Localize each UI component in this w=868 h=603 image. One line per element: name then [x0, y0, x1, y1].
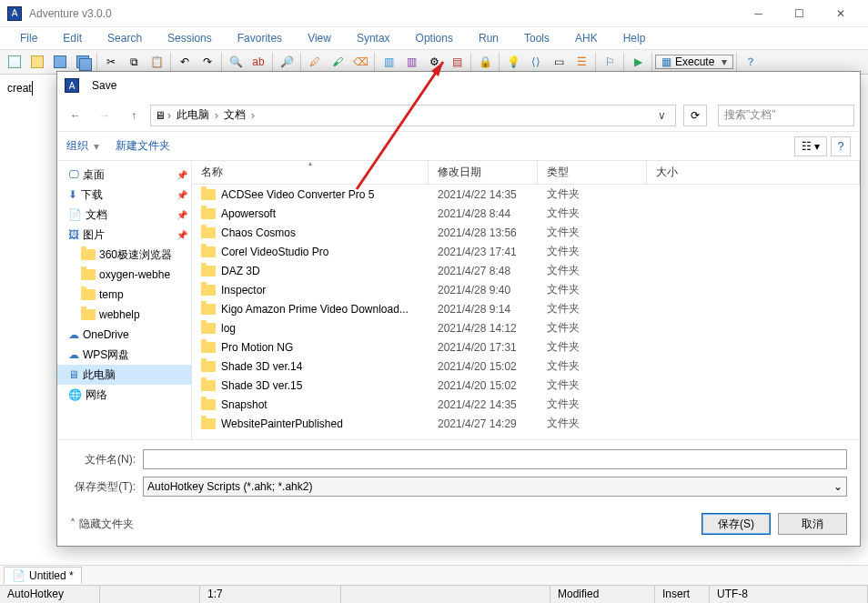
lock-button[interactable]: 🔒: [474, 52, 496, 72]
flag-button[interactable]: ⚐: [599, 52, 621, 72]
new-file-button[interactable]: [4, 52, 25, 72]
open-file-button[interactable]: [26, 52, 48, 72]
list-row[interactable]: Inspector2021/4/28 9:40文件夹: [192, 280, 860, 299]
panel4-button[interactable]: ▤: [446, 52, 468, 72]
menu-options[interactable]: Options: [403, 29, 466, 47]
nav-back-button[interactable]: ←: [63, 104, 88, 127]
list-row[interactable]: Kigo Amazon Prime Video Download...2021/…: [192, 299, 860, 318]
document-tab[interactable]: 📄 Untitled *: [4, 567, 82, 584]
list-row[interactable]: Apowersoft2021/4/28 8:44文件夹: [192, 204, 860, 223]
highlight-button[interactable]: 🖊: [304, 52, 326, 72]
bulb-button[interactable]: 💡: [502, 52, 524, 72]
maximize-button[interactable]: ☐: [779, 1, 820, 26]
column-date[interactable]: 修改日期: [429, 161, 538, 184]
status-modified: Modified: [550, 586, 655, 603]
zoom-button[interactable]: 🔎: [276, 52, 298, 72]
save-all-button[interactable]: [72, 52, 94, 72]
panel2-button[interactable]: ▥: [400, 52, 422, 72]
column-size[interactable]: 大小: [647, 161, 860, 184]
panel3-button[interactable]: ⚙: [423, 52, 445, 72]
save-button[interactable]: [49, 52, 71, 72]
refresh-button[interactable]: ⟳: [683, 105, 707, 126]
list-row[interactable]: DAZ 3D2021/4/27 8:48文件夹: [192, 261, 860, 280]
list-row[interactable]: Pro Motion NG2021/4/20 17:31文件夹: [192, 337, 860, 357]
nav-forward-button[interactable]: →: [92, 104, 117, 127]
tree-item[interactable]: 🖥此电脑: [57, 365, 191, 385]
help-button[interactable]: ？: [740, 52, 762, 72]
dialog-toolbar: 组织 ▾ 新建文件夹 ☷ ▾ ?: [57, 132, 860, 161]
menu-ahk[interactable]: AHK: [562, 29, 611, 47]
status-insert: Insert: [655, 586, 710, 603]
column-name[interactable]: ▴名称: [192, 161, 429, 184]
menu-view[interactable]: View: [295, 29, 344, 47]
tree-item[interactable]: 🖼图片📌: [57, 225, 191, 245]
hide-folders-toggle[interactable]: ˄ 隐藏文件夹: [70, 517, 134, 532]
tree-item[interactable]: 🌐网络: [57, 385, 191, 405]
menu-sessions[interactable]: Sessions: [155, 29, 225, 47]
new-folder-button[interactable]: 新建文件夹: [116, 138, 170, 154]
status-language: AutoHotkey: [0, 586, 100, 603]
undo-button[interactable]: ↶: [174, 52, 196, 72]
list-button[interactable]: ☰: [570, 52, 592, 72]
save-button[interactable]: 保存(S): [701, 513, 771, 535]
list-row[interactable]: Corel VideoStudio Pro2021/4/23 17:41文件夹: [192, 242, 860, 261]
panel1-button[interactable]: ▥: [378, 52, 399, 72]
menu-edit[interactable]: Edit: [50, 29, 95, 47]
paste-button[interactable]: 📋: [146, 52, 167, 72]
execute-dropdown[interactable]: ▦ Execute ▾: [655, 55, 733, 69]
menu-tools[interactable]: Tools: [511, 29, 562, 47]
filetype-select[interactable]: AutoHotkey Scripts (*.ahk; *.ahk2) ⌄: [143, 477, 847, 497]
search-input[interactable]: 搜索"文档": [718, 105, 854, 126]
tree-item[interactable]: oxygen-webhe: [57, 265, 191, 285]
breadcrumb-segment[interactable]: 文档: [220, 107, 249, 123]
menu-favorites[interactable]: Favorites: [225, 29, 295, 47]
list-row[interactable]: Snapshot2021/4/22 14:35文件夹: [192, 395, 860, 414]
tree-item[interactable]: 📄文档📌: [57, 205, 191, 225]
close-button[interactable]: ✕: [820, 1, 861, 26]
tree-item[interactable]: ☁OneDrive: [57, 325, 191, 345]
file-list[interactable]: ▴名称 修改日期 类型 大小 ACDSee Video Converter Pr…: [192, 161, 860, 439]
filename-input[interactable]: [143, 449, 847, 469]
tree-item[interactable]: webhelp: [57, 305, 191, 325]
list-row[interactable]: log2021/4/28 14:12文件夹: [192, 318, 860, 337]
organize-menu[interactable]: 组织: [66, 138, 88, 154]
list-header: ▴名称 修改日期 类型 大小: [192, 161, 860, 185]
menu-syntax[interactable]: Syntax: [344, 29, 403, 47]
list-row[interactable]: ACDSee Video Converter Pro 52021/4/22 14…: [192, 185, 860, 204]
list-row[interactable]: Chaos Cosmos2021/4/28 13:56文件夹: [192, 223, 860, 242]
brush-button[interactable]: 🖌: [327, 52, 348, 72]
tree-item[interactable]: ☁WPS网盘: [57, 345, 191, 365]
breadcrumb[interactable]: 🖥 › 此电脑 › 文档 › ∨: [150, 105, 676, 126]
view-mode-button[interactable]: ☷ ▾: [794, 136, 827, 156]
window-button[interactable]: ▭: [548, 52, 570, 72]
breadcrumb-segment[interactable]: 此电脑: [173, 107, 213, 123]
list-row[interactable]: WebsitePainterPublished2021/4/27 14:29文件…: [192, 414, 860, 433]
menu-file[interactable]: File: [7, 29, 50, 47]
list-row[interactable]: Shade 3D ver.152021/4/20 15:02文件夹: [192, 376, 860, 395]
find-button[interactable]: 🔍: [225, 52, 247, 72]
list-row[interactable]: Shade 3D ver.142021/4/20 15:02文件夹: [192, 357, 860, 376]
tree-item[interactable]: 🖵桌面📌: [57, 165, 191, 185]
copy-button[interactable]: ⧉: [123, 52, 145, 72]
dialog-help-button[interactable]: ?: [831, 136, 851, 156]
code-button[interactable]: ⟨⟩: [525, 52, 547, 72]
redo-button[interactable]: ↷: [197, 52, 218, 72]
tree-item[interactable]: temp: [57, 285, 191, 305]
tree-item[interactable]: 360极速浏览器: [57, 245, 191, 265]
eraser-button[interactable]: ⌫: [349, 52, 371, 72]
tree-item[interactable]: ⬇下载📌: [57, 185, 191, 205]
menu-search[interactable]: Search: [95, 29, 155, 47]
breadcrumb-dropdown[interactable]: ∨: [652, 109, 671, 122]
menu-help[interactable]: Help: [611, 29, 659, 47]
dialog-title: Save: [92, 79, 116, 92]
column-type[interactable]: 类型: [538, 161, 647, 184]
cut-button[interactable]: ✂: [100, 52, 122, 72]
run-button[interactable]: ▶: [627, 52, 649, 72]
replace-button[interactable]: ab: [247, 52, 269, 72]
minimize-button[interactable]: ─: [738, 1, 779, 26]
nav-up-button[interactable]: ↑: [121, 104, 146, 127]
cancel-button[interactable]: 取消: [778, 513, 847, 535]
menu-run[interactable]: Run: [466, 29, 511, 47]
main-titlebar: A Adventure v3.0.0 ─ ☐ ✕: [0, 0, 868, 27]
folder-tree[interactable]: 🖵桌面📌⬇下载📌📄文档📌🖼图片📌360极速浏览器oxygen-webhetemp…: [57, 161, 192, 439]
